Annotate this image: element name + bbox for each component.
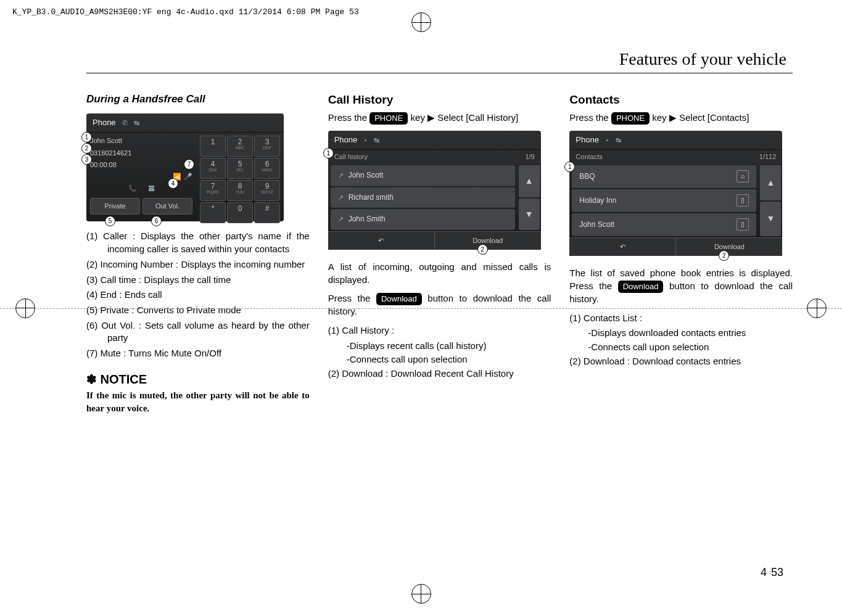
- three-columns: During a Handsfree Call 1 2 3 4 5 6 7 Ph…: [86, 87, 793, 415]
- back-button[interactable]: ↶: [328, 231, 435, 250]
- phone-handset-icon: ✆: [122, 118, 128, 128]
- col3-item2: (2) Download : Download contacts entries: [569, 355, 793, 368]
- col3-intro: Press the PHONE key ▶ Select [Contacts]: [569, 112, 793, 125]
- caller-name: John Scott: [90, 135, 192, 147]
- title-rule: [86, 73, 793, 73]
- col2-list: (1) Call History : -Displays recent call…: [328, 324, 551, 380]
- key-8[interactable]: 8TUV: [227, 180, 253, 201]
- notice-heading: ✽ NOTICE: [86, 371, 310, 388]
- column-2: Call History Press the PHONE key ▶ Selec…: [328, 87, 551, 415]
- callout-2-ch: 2: [477, 244, 488, 255]
- callout-1-ch: 1: [323, 148, 334, 158]
- key-0[interactable]: 0: [227, 202, 253, 223]
- key-7[interactable]: 7PQRS: [200, 180, 226, 201]
- key-2[interactable]: 2ABC: [227, 136, 253, 157]
- ch-subhead: Call history: [334, 152, 368, 162]
- notice-body: If the mic is muted, the other party wil…: [86, 389, 310, 414]
- bluetooth-icon: ⋆: [363, 136, 368, 145]
- ct-row3-label: John Scott: [579, 220, 614, 230]
- phone-key-badge: PHONE: [369, 112, 408, 125]
- scroll-up-button[interactable]: ▲: [760, 165, 781, 200]
- ct-row2-label: Holiday Inn: [579, 195, 616, 206]
- col2-intro: Press the PHONE key ▶ Select [Call Histo…: [328, 112, 551, 125]
- outgoing-call-icon: ↗: [338, 193, 344, 202]
- private-button[interactable]: Private: [90, 198, 140, 215]
- col1-item-1: (1) Caller : Displays the other party's …: [86, 230, 310, 255]
- ch-row2-label: Richard smith: [349, 192, 394, 203]
- ct-topbar: Phone ⋆ ↹: [569, 131, 782, 150]
- key-3[interactable]: 3DEF: [254, 136, 280, 157]
- download-badge: Download: [618, 281, 664, 293]
- ct-subhead: Contacts: [576, 152, 602, 162]
- key-hash[interactable]: #: [254, 202, 280, 223]
- col1-item-5: (5) Private : Converts to Private mode: [86, 304, 310, 317]
- callout-2-ct: 2: [719, 250, 729, 261]
- page-number: 53: [771, 566, 783, 578]
- key-5[interactable]: 5JKL: [227, 158, 253, 179]
- ct-count: 1/112: [759, 152, 777, 162]
- ch-row-3[interactable]: ↗John Smith: [331, 209, 515, 230]
- col1-list: (1) Caller : Displays the other party's …: [86, 230, 310, 359]
- download-button[interactable]: Download: [676, 237, 782, 256]
- col3-para1: The list of saved phone book entries is …: [569, 267, 793, 305]
- col1-item-6: (6) Out Vol. : Sets call volume as heard…: [86, 319, 310, 345]
- col3-sub1: -Displays downloaded contacts entries: [583, 327, 793, 340]
- column-3: Contacts Press the PHONE key ▶ Select [C…: [569, 87, 793, 415]
- ch-row3-label: John Smith: [349, 214, 386, 224]
- crop-circle-right: [807, 298, 827, 318]
- call-end-icon[interactable]: 🕿: [148, 184, 155, 193]
- out-vol-button[interactable]: Out Vol.: [142, 198, 192, 215]
- col1-item-4: (4) End : Ends call: [86, 289, 310, 302]
- key-star[interactable]: *: [200, 202, 226, 223]
- scroll-down-button[interactable]: ▼: [760, 202, 781, 237]
- ct-row-1[interactable]: BBQ⌂: [572, 165, 756, 188]
- col3-sub2: -Connects call upon selection: [583, 341, 793, 354]
- page-footer: 4 53: [761, 566, 783, 579]
- download-button[interactable]: Download: [435, 231, 541, 250]
- incoming-number: 03180214621: [90, 147, 192, 159]
- outgoing-call-icon: ↗: [338, 215, 344, 224]
- ch-row-2[interactable]: ↗Richard smith: [331, 187, 515, 208]
- call-transfer-icon: ↹: [374, 136, 379, 145]
- col1-item-3: (3) Call time : Displays the call time: [86, 274, 310, 287]
- key-4[interactable]: 4GHI: [200, 158, 226, 179]
- col2-heading: Call History: [328, 92, 551, 108]
- col3-heading: Contacts: [569, 92, 793, 108]
- outgoing-call-icon: ↗: [338, 171, 344, 180]
- col2-intro-a: Press the: [328, 112, 370, 123]
- col1-heading: During a Handsfree Call: [86, 92, 310, 106]
- col2-item2: (2) Download : Download Recent Call Hist…: [328, 368, 551, 380]
- contacts-screenshot: 1 2 Phone ⋆ ↹ Contacts 1/112 BBQ⌂ Holida…: [569, 131, 782, 256]
- col2-item1: (1) Call History :: [328, 324, 551, 337]
- key-1[interactable]: 1: [200, 136, 226, 157]
- ch-row-1[interactable]: ↗John Scott: [331, 165, 515, 186]
- col3-intro-a: Press the: [569, 112, 611, 123]
- crop-mark-horizontal: [0, 308, 842, 309]
- ch-count: 1/9: [525, 152, 534, 162]
- back-button[interactable]: ↶: [569, 237, 676, 256]
- ct-row-2[interactable]: Holiday Inn▯: [572, 189, 756, 212]
- scroll-up-button[interactable]: ▲: [519, 165, 540, 197]
- ct-row-3[interactable]: John Scott▯: [572, 213, 756, 236]
- call-pickup-icon[interactable]: 📞: [128, 184, 137, 193]
- download-badge: Download: [376, 293, 422, 305]
- col2-para2: Press the Download button to download th…: [328, 292, 551, 318]
- phone-key-badge: PHONE: [611, 112, 650, 125]
- col2-sub2: -Connects call upon selection: [342, 353, 551, 366]
- col3-list: (1) Contacts List : -Displays downloaded…: [569, 312, 793, 368]
- mobile-icon: ▯: [737, 218, 749, 231]
- mute-icon: 🎤: [184, 172, 192, 181]
- mobile-icon: ▯: [737, 194, 749, 207]
- scroll-down-button[interactable]: ▼: [519, 199, 540, 230]
- shot-title: Phone: [93, 117, 116, 128]
- home-icon: ⌂: [737, 170, 749, 183]
- key-6[interactable]: 6MNO: [254, 158, 280, 179]
- ch-row1-label: John Scott: [349, 170, 384, 181]
- key-9[interactable]: 9WXYZ: [254, 180, 280, 201]
- call-transfer-icon: ↹: [134, 118, 139, 128]
- col2-sub1: -Displays recent calls (call history): [342, 340, 551, 353]
- ct-title: Phone: [576, 134, 599, 146]
- crop-circle-left: [15, 298, 35, 318]
- section-title: Features of your vehicle: [86, 49, 793, 69]
- back-arrow-icon: ↶: [378, 236, 384, 245]
